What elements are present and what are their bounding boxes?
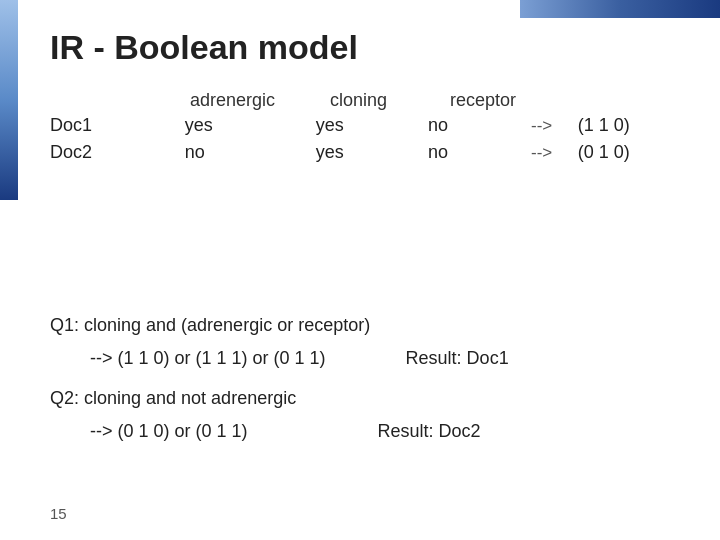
col-header-adrenergic: adrenergic: [190, 90, 330, 111]
query1-sub: --> (1 1 0) or (1 1 1) or (0 1 1): [90, 343, 326, 374]
query-section: Q1: cloning and (adrenergic or receptor)…: [50, 310, 690, 446]
cell-cloning-2: yes: [316, 142, 428, 163]
col-header-cloning: cloning: [330, 90, 450, 111]
table-row: Doc2 no yes no --> (0 1 0): [50, 142, 690, 163]
left-decoration: [0, 0, 18, 200]
query2-sub: --> (0 1 0) or (0 1 1): [90, 416, 248, 447]
query2-result: Result: Doc2: [378, 416, 481, 447]
cell-vector-2: (0 1 0): [578, 142, 690, 163]
cell-adrenergic-2: no: [185, 142, 316, 163]
query1-label: Q1: cloning and (adrenergic or receptor): [50, 310, 370, 341]
cell-docname-1: Doc1: [50, 115, 125, 136]
table-row: Doc1 yes yes no --> (1 1 0): [50, 115, 690, 136]
cell-vector-1: (1 1 0): [578, 115, 690, 136]
table-area: adrenergic cloning receptor Doc1 yes yes…: [50, 90, 690, 169]
query1-result: Result: Doc1: [406, 343, 509, 374]
table-header-row: adrenergic cloning receptor: [50, 90, 690, 111]
cell-adrenergic-1: yes: [185, 115, 316, 136]
top-decoration: [520, 0, 720, 18]
cell-arrow-1: -->: [531, 116, 578, 136]
cell-docname-2: Doc2: [50, 142, 125, 163]
query2-label: Q2: cloning and not adrenergic: [50, 383, 296, 414]
col-header-receptor: receptor: [450, 90, 560, 111]
cell-receptor-1: no: [428, 115, 531, 136]
page-number: 15: [50, 505, 67, 522]
cell-receptor-2: no: [428, 142, 531, 163]
cell-cloning-1: yes: [316, 115, 428, 136]
page-title: IR - Boolean model: [50, 28, 358, 67]
cell-arrow-2: -->: [531, 143, 578, 163]
